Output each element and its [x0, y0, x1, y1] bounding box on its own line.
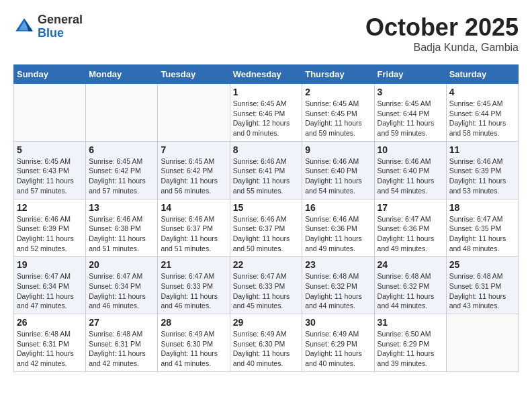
day-info: Sunrise: 6:45 AM Sunset: 6:45 PM Dayligh…	[305, 99, 371, 138]
logo-icon	[13, 16, 35, 38]
calendar-cell: 2Sunrise: 6:45 AM Sunset: 6:45 PM Daylig…	[302, 84, 374, 142]
calendar-cell: 18Sunrise: 6:47 AM Sunset: 6:35 PM Dayli…	[446, 199, 518, 257]
day-number: 21	[161, 259, 226, 270]
week-row-4: 19Sunrise: 6:47 AM Sunset: 6:34 PM Dayli…	[14, 257, 519, 314]
day-number: 27	[89, 317, 154, 328]
day-info: Sunrise: 6:46 AM Sunset: 6:40 PM Dayligh…	[378, 156, 443, 196]
calendar-cell: 25Sunrise: 6:48 AM Sunset: 6:31 PM Dayli…	[446, 257, 518, 314]
day-number: 28	[161, 317, 226, 328]
calendar-cell: 10Sunrise: 6:46 AM Sunset: 6:40 PM Dayli…	[374, 141, 446, 199]
week-row-3: 12Sunrise: 6:46 AM Sunset: 6:39 PM Dayli…	[14, 199, 519, 257]
calendar-table: SundayMondayTuesdayWednesdayThursdayFrid…	[13, 64, 519, 372]
day-info: Sunrise: 6:45 AM Sunset: 6:43 PM Dayligh…	[17, 156, 83, 196]
calendar-cell: 1Sunrise: 6:45 AM Sunset: 6:46 PM Daylig…	[230, 84, 302, 142]
location-title: Badja Kunda, Gambia	[365, 42, 519, 54]
day-number: 18	[449, 202, 515, 213]
day-info: Sunrise: 6:49 AM Sunset: 6:30 PM Dayligh…	[233, 329, 300, 369]
calendar-cell	[14, 84, 86, 142]
calendar-cell: 20Sunrise: 6:47 AM Sunset: 6:34 PM Dayli…	[86, 257, 158, 314]
calendar-cell: 16Sunrise: 6:46 AM Sunset: 6:36 PM Dayli…	[302, 199, 374, 257]
calendar-cell: 5Sunrise: 6:45 AM Sunset: 6:43 PM Daylig…	[14, 141, 86, 199]
day-info: Sunrise: 6:48 AM Sunset: 6:32 PM Dayligh…	[378, 271, 443, 311]
day-info: Sunrise: 6:47 AM Sunset: 6:33 PM Dayligh…	[233, 271, 300, 311]
day-info: Sunrise: 6:48 AM Sunset: 6:31 PM Dayligh…	[17, 329, 83, 369]
calendar-cell: 12Sunrise: 6:46 AM Sunset: 6:39 PM Dayli…	[14, 199, 86, 257]
day-info: Sunrise: 6:45 AM Sunset: 6:44 PM Dayligh…	[378, 99, 443, 138]
day-number: 17	[378, 202, 443, 213]
day-number: 20	[89, 259, 154, 270]
calendar-cell: 22Sunrise: 6:47 AM Sunset: 6:33 PM Dayli…	[230, 257, 302, 314]
day-info: Sunrise: 6:48 AM Sunset: 6:32 PM Dayligh…	[305, 271, 371, 311]
day-number: 10	[378, 144, 443, 155]
day-number: 3	[378, 87, 443, 97]
day-number: 9	[305, 144, 371, 155]
day-number: 25	[449, 259, 515, 270]
weekday-header-row: SundayMondayTuesdayWednesdayThursdayFrid…	[14, 65, 519, 84]
logo-general: General	[38, 13, 83, 27]
calendar-cell: 28Sunrise: 6:49 AM Sunset: 6:30 PM Dayli…	[158, 314, 230, 372]
day-info: Sunrise: 6:47 AM Sunset: 6:35 PM Dayligh…	[449, 214, 515, 254]
day-info: Sunrise: 6:47 AM Sunset: 6:34 PM Dayligh…	[89, 271, 154, 311]
day-info: Sunrise: 6:47 AM Sunset: 6:33 PM Dayligh…	[161, 271, 226, 311]
day-number: 8	[233, 144, 300, 155]
calendar-cell	[158, 84, 230, 142]
day-number: 11	[449, 144, 515, 155]
day-info: Sunrise: 6:47 AM Sunset: 6:36 PM Dayligh…	[378, 214, 443, 254]
day-number: 6	[89, 144, 154, 155]
weekday-header-monday: Monday	[86, 65, 158, 84]
day-info: Sunrise: 6:45 AM Sunset: 6:46 PM Dayligh…	[233, 99, 300, 138]
day-info: Sunrise: 6:46 AM Sunset: 6:37 PM Dayligh…	[233, 214, 300, 254]
day-info: Sunrise: 6:46 AM Sunset: 6:39 PM Dayligh…	[449, 156, 515, 196]
calendar-cell	[86, 84, 158, 142]
calendar-cell: 8Sunrise: 6:46 AM Sunset: 6:41 PM Daylig…	[230, 141, 302, 199]
calendar-cell: 15Sunrise: 6:46 AM Sunset: 6:37 PM Dayli…	[230, 199, 302, 257]
day-number: 14	[161, 202, 226, 213]
calendar-cell: 17Sunrise: 6:47 AM Sunset: 6:36 PM Dayli…	[374, 199, 446, 257]
calendar-cell: 24Sunrise: 6:48 AM Sunset: 6:32 PM Dayli…	[374, 257, 446, 314]
day-info: Sunrise: 6:46 AM Sunset: 6:37 PM Dayligh…	[161, 214, 226, 254]
day-number: 19	[17, 259, 83, 270]
day-number: 13	[89, 202, 154, 213]
calendar-cell: 6Sunrise: 6:45 AM Sunset: 6:42 PM Daylig…	[86, 141, 158, 199]
day-number: 23	[305, 259, 371, 270]
page-header: General Blue October 2025 Badja Kunda, G…	[13, 13, 519, 54]
day-number: 24	[378, 259, 443, 270]
day-info: Sunrise: 6:45 AM Sunset: 6:42 PM Dayligh…	[89, 156, 154, 196]
day-number: 2	[305, 87, 371, 97]
day-number: 7	[161, 144, 226, 155]
day-number: 16	[305, 202, 371, 213]
day-info: Sunrise: 6:49 AM Sunset: 6:29 PM Dayligh…	[305, 329, 371, 369]
calendar-cell	[446, 314, 518, 372]
week-row-5: 26Sunrise: 6:48 AM Sunset: 6:31 PM Dayli…	[14, 314, 519, 372]
title-block: October 2025 Badja Kunda, Gambia	[365, 13, 519, 54]
day-number: 12	[17, 202, 83, 213]
month-title: October 2025	[365, 13, 519, 42]
day-info: Sunrise: 6:45 AM Sunset: 6:44 PM Dayligh…	[449, 99, 515, 138]
calendar-cell: 23Sunrise: 6:48 AM Sunset: 6:32 PM Dayli…	[302, 257, 374, 314]
day-info: Sunrise: 6:45 AM Sunset: 6:42 PM Dayligh…	[161, 156, 226, 196]
calendar-cell: 30Sunrise: 6:49 AM Sunset: 6:29 PM Dayli…	[302, 314, 374, 372]
calendar-cell: 19Sunrise: 6:47 AM Sunset: 6:34 PM Dayli…	[14, 257, 86, 314]
logo: General Blue	[13, 13, 83, 40]
day-number: 31	[378, 317, 443, 328]
day-info: Sunrise: 6:48 AM Sunset: 6:31 PM Dayligh…	[89, 329, 154, 369]
day-number: 15	[233, 202, 300, 213]
day-number: 4	[449, 87, 515, 97]
day-info: Sunrise: 6:49 AM Sunset: 6:30 PM Dayligh…	[161, 329, 226, 369]
day-number: 30	[305, 317, 371, 328]
day-info: Sunrise: 6:46 AM Sunset: 6:39 PM Dayligh…	[17, 214, 83, 254]
day-number: 29	[233, 317, 300, 328]
day-info: Sunrise: 6:47 AM Sunset: 6:34 PM Dayligh…	[17, 271, 83, 311]
calendar-cell: 14Sunrise: 6:46 AM Sunset: 6:37 PM Dayli…	[158, 199, 230, 257]
calendar-cell: 11Sunrise: 6:46 AM Sunset: 6:39 PM Dayli…	[446, 141, 518, 199]
day-info: Sunrise: 6:46 AM Sunset: 6:40 PM Dayligh…	[305, 156, 371, 196]
week-row-1: 1Sunrise: 6:45 AM Sunset: 6:46 PM Daylig…	[14, 84, 519, 142]
calendar-cell: 3Sunrise: 6:45 AM Sunset: 6:44 PM Daylig…	[374, 84, 446, 142]
day-info: Sunrise: 6:46 AM Sunset: 6:38 PM Dayligh…	[89, 214, 154, 254]
calendar-cell: 21Sunrise: 6:47 AM Sunset: 6:33 PM Dayli…	[158, 257, 230, 314]
calendar-cell: 31Sunrise: 6:50 AM Sunset: 6:29 PM Dayli…	[374, 314, 446, 372]
weekday-header-friday: Friday	[374, 65, 446, 84]
day-info: Sunrise: 6:46 AM Sunset: 6:36 PM Dayligh…	[305, 214, 371, 254]
logo-blue: Blue	[38, 27, 83, 40]
weekday-header-sunday: Sunday	[14, 65, 86, 84]
